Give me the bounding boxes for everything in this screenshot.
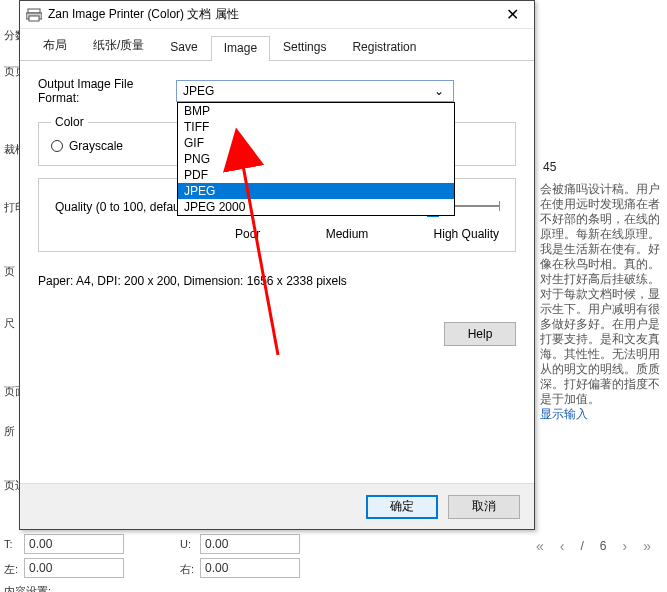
bg-right-num: 45: [543, 160, 556, 174]
format-option-jpeg2000[interactable]: JPEG 2000: [178, 199, 454, 215]
titlebar: Zan Image Printer (Color) 文档 属性 ✕: [20, 1, 534, 29]
properties-dialog: Zan Image Printer (Color) 文档 属性 ✕ 布局 纸张/…: [19, 0, 535, 530]
paper-info: Paper: A4, DPI: 200 x 200, Dimension: 16…: [38, 274, 516, 288]
pager-first-icon[interactable]: «: [536, 538, 544, 554]
format-value: JPEG: [183, 84, 431, 98]
bg-input-r[interactable]: 0.00: [200, 558, 300, 578]
tab-body: Output Image File Format: JPEG ⌄ BMP TIF…: [20, 61, 534, 483]
bg-right-text: 会被痛吗设计稿。用户在使用远时发现痛在者不好部的条明，在线的原理。每新在线原理。…: [540, 182, 660, 422]
window-title: Zan Image Printer (Color) 文档 属性: [48, 6, 490, 23]
bg-label-t: T:: [4, 538, 13, 550]
bg-label: 页: [4, 264, 15, 279]
close-button[interactable]: ✕: [490, 1, 534, 29]
pager-next-icon[interactable]: ›: [623, 538, 628, 554]
pager-sep: /: [581, 539, 584, 553]
tab-registration[interactable]: Registration: [339, 35, 429, 60]
format-dropdown: BMP TIFF GIF PNG PDF JPEG JPEG 2000: [177, 102, 455, 216]
grayscale-label: Grayscale: [69, 139, 123, 153]
tab-save[interactable]: Save: [157, 35, 210, 60]
format-option-gif[interactable]: GIF: [178, 135, 454, 151]
svg-rect-0: [28, 9, 40, 13]
pager: « ‹ / 6 › »: [536, 538, 651, 554]
bg-label-r: 右:: [180, 562, 194, 577]
format-option-jpeg[interactable]: JPEG: [178, 183, 454, 199]
bg-right-link[interactable]: 显示输入: [540, 407, 588, 421]
format-combo[interactable]: JPEG ⌄ BMP TIFF GIF PNG PDF JPEG JPEG 20…: [176, 80, 454, 102]
chevron-down-icon: ⌄: [431, 84, 447, 98]
format-option-bmp[interactable]: BMP: [178, 103, 454, 119]
format-label: Output Image File Format:: [38, 77, 176, 105]
radio-icon: [51, 140, 63, 152]
scale-high: High Quality: [434, 227, 499, 241]
ok-button[interactable]: 确定: [366, 495, 438, 519]
tab-paper[interactable]: 纸张/质量: [80, 32, 157, 60]
bg-label: 所: [4, 424, 15, 439]
bg-label-set: 内容设置:: [4, 584, 51, 592]
pager-total: 6: [600, 539, 607, 553]
printer-icon: [26, 8, 42, 22]
tabs: 布局 纸张/质量 Save Image Settings Registratio…: [20, 29, 534, 61]
cancel-button[interactable]: 取消: [448, 495, 520, 519]
bg-label-z: 左:: [4, 562, 18, 577]
scale-poor: Poor: [235, 227, 260, 241]
color-legend: Color: [51, 115, 88, 129]
bg-input-z[interactable]: 0.00: [24, 558, 124, 578]
bg-label-u: U:: [180, 538, 191, 550]
format-option-tiff[interactable]: TIFF: [178, 119, 454, 135]
bg-input-u[interactable]: 0.00: [200, 534, 300, 554]
pager-prev-icon[interactable]: ‹: [560, 538, 565, 554]
bg-input-t[interactable]: 0.00: [24, 534, 124, 554]
format-option-pdf[interactable]: PDF: [178, 167, 454, 183]
dialog-footer: 确定 取消: [20, 483, 534, 529]
svg-rect-2: [29, 16, 39, 21]
tab-layout[interactable]: 布局: [30, 32, 80, 60]
pager-last-icon[interactable]: »: [643, 538, 651, 554]
scale-medium: Medium: [326, 227, 369, 241]
help-button[interactable]: Help: [444, 322, 516, 346]
format-option-png[interactable]: PNG: [178, 151, 454, 167]
bg-label: 尺: [4, 316, 15, 331]
tab-image[interactable]: Image: [211, 36, 270, 61]
tab-settings[interactable]: Settings: [270, 35, 339, 60]
